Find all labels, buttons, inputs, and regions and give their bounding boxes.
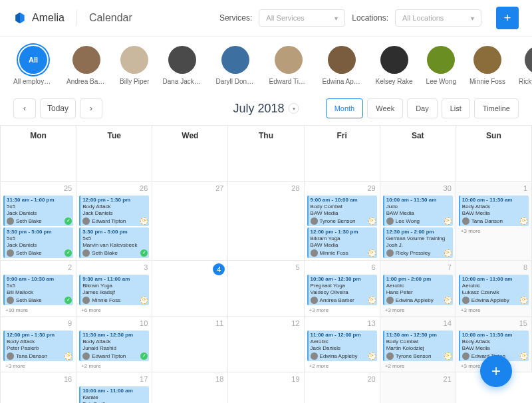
day-cell[interactable]: 4 bbox=[152, 261, 228, 317]
assignee-name: Minnie Foss bbox=[92, 297, 120, 304]
calendar-event[interactable]: 12:00 pm - 1:30 pmBikram YogaBAW MediaMi… bbox=[307, 227, 377, 258]
today-button[interactable]: Today bbox=[40, 98, 76, 118]
employee-1[interactable]: Andrea Barber bbox=[66, 46, 106, 85]
calendar-event[interactable]: 12:30 pm - 2:00 pmGerman Volume Training… bbox=[383, 227, 453, 258]
day-cell[interactable]: 810:00 am - 11:00 amAerobicŁukasz Czerwi… bbox=[456, 261, 532, 317]
day-number: 4 bbox=[213, 263, 225, 275]
day-cell[interactable]: 21 bbox=[380, 372, 456, 403]
more-link[interactable]: +3 more bbox=[459, 227, 529, 235]
employee-8[interactable]: Lee Wong bbox=[426, 46, 456, 85]
day-cell[interactable]: 5 bbox=[228, 261, 304, 317]
employee-0[interactable]: AllAll employees bbox=[13, 46, 53, 85]
day-cell[interactable]: 27 bbox=[152, 182, 228, 261]
assignee-name: Edward Tipton bbox=[92, 353, 126, 360]
day-cell[interactable]: 610:30 am - 12:30 pmPregnant YogaValdecy… bbox=[305, 261, 380, 317]
more-link[interactable]: +10 more bbox=[3, 307, 73, 314]
calendar-event[interactable]: 11:30 am - 12:30 pmBody CombatMartin Kol… bbox=[383, 331, 453, 361]
view-timeline[interactable]: Timeline bbox=[474, 98, 519, 118]
employee-10[interactable]: Ricky Pressley bbox=[519, 46, 532, 85]
calendar-event[interactable]: 12:00 pm - 1:30 pmBody AttackJack Daniel… bbox=[79, 196, 149, 226]
calendar-event[interactable]: 12:00 pm - 1:30 pmBody AttackPeter Pasie… bbox=[3, 331, 73, 361]
more-link[interactable]: +2 more bbox=[307, 362, 377, 370]
more-link[interactable]: +2 more bbox=[383, 362, 453, 370]
day-cell[interactable]: 3010:00 am - 11:30 amJudoBAW MediaLee Wo… bbox=[380, 182, 456, 261]
day-cell[interactable]: 19 bbox=[228, 372, 304, 403]
more-link[interactable]: +3 more bbox=[3, 362, 73, 370]
day-cell[interactable]: 912:00 pm - 1:30 pmBody AttackPeter Pasi… bbox=[1, 317, 76, 372]
day-cell[interactable]: 2511:30 am - 1:00 pm5x5Jack DanielsSeth … bbox=[1, 182, 76, 261]
employee-name: Edward Tipton bbox=[269, 78, 309, 85]
locations-select[interactable]: All Locations ▾ bbox=[395, 9, 481, 27]
add-button[interactable]: + bbox=[496, 7, 519, 29]
avatar bbox=[427, 46, 455, 74]
divider bbox=[76, 10, 77, 26]
day-cell[interactable]: 16 bbox=[1, 372, 76, 403]
more-link[interactable]: +3 more bbox=[459, 307, 529, 314]
day-cell[interactable]: 28 bbox=[228, 182, 304, 261]
employee-name: Andrea Barber bbox=[66, 78, 106, 85]
calendar-event[interactable]: 1:00 pm - 2:00 pmAerobicHans PeterEdwina… bbox=[383, 275, 453, 305]
employee-name: Lee Wong bbox=[426, 78, 456, 85]
view-list[interactable]: List bbox=[442, 98, 470, 118]
services-select[interactable]: All Services ▾ bbox=[259, 9, 345, 27]
calendar-event[interactable]: 10:00 am - 11:30 amJudoBAW MediaLee Wong… bbox=[383, 196, 453, 226]
day-cell[interactable]: 39:30 am - 11:00 amBikram YogaJames Ikad… bbox=[76, 261, 152, 317]
day-cell[interactable]: 18 bbox=[152, 372, 228, 403]
day-number: 5 bbox=[295, 263, 299, 271]
day-cell[interactable]: 29:00 am - 10:30 am5x5Bill MallockSeth B… bbox=[1, 261, 76, 317]
assignee-avatar bbox=[82, 217, 90, 225]
day-cell[interactable]: 1311:00 am - 12:00 pmAerobicJack Daniels… bbox=[305, 317, 380, 372]
fab-add-button[interactable]: + bbox=[480, 355, 512, 387]
employee-7[interactable]: Kelsey Rake bbox=[375, 46, 412, 85]
day-cell[interactable]: 1710:00 am - 11:00 amKarateBob Smith bbox=[76, 372, 152, 403]
calendar-event[interactable]: 3:30 pm - 5:00 pm5x5Jack DanielsSeth Bla… bbox=[3, 227, 73, 258]
assignee-name: Edwina Appleby bbox=[471, 297, 509, 304]
day-cell[interactable]: 12 bbox=[228, 317, 304, 372]
calendar-event[interactable]: 9:30 am - 11:00 amBikram YogaJames Ikads… bbox=[79, 275, 149, 305]
more-link[interactable]: +3 more bbox=[383, 307, 453, 314]
employee-5[interactable]: Edward Tipton bbox=[269, 46, 309, 85]
day-number: 17 bbox=[140, 375, 148, 383]
day-number: 13 bbox=[367, 319, 375, 327]
view-week[interactable]: Week bbox=[367, 98, 403, 118]
day-cell[interactable]: 71:00 pm - 2:00 pmAerobicHans PeterEdwin… bbox=[380, 261, 456, 317]
calendar-event[interactable]: 11:30 am - 12:30 pmBody AttackJunaid Ras… bbox=[79, 331, 149, 361]
day-cell[interactable]: 11 bbox=[152, 317, 228, 372]
calendar-event[interactable]: 9:00 am - 10:00 amBody CombatBAW MediaTy… bbox=[307, 196, 377, 226]
calendar-event[interactable]: 11:00 am - 12:00 pmAerobicJack DanielsEd… bbox=[307, 331, 377, 361]
next-button[interactable]: › bbox=[80, 98, 102, 118]
employee-6[interactable]: Edwina Appl... bbox=[322, 46, 362, 85]
employee-9[interactable]: Minnie Foss bbox=[469, 46, 505, 85]
view-day[interactable]: Day bbox=[407, 98, 438, 118]
view-month[interactable]: Month bbox=[326, 98, 364, 118]
calendar-event[interactable]: 10:00 am - 11:30 amBody AttackBAW MediaT… bbox=[459, 196, 529, 226]
employee-4[interactable]: Daryll Donov... bbox=[215, 46, 255, 85]
employee-name: Dana Jackson bbox=[162, 78, 202, 85]
more-link[interactable]: +3 more bbox=[307, 307, 377, 314]
employee-3[interactable]: Dana Jackson bbox=[162, 46, 202, 85]
calendar-event[interactable]: 10:00 am - 11:00 amAerobicŁukasz Czerwik… bbox=[459, 275, 529, 305]
prev-button[interactable]: ‹ bbox=[13, 98, 36, 118]
day-cell[interactable]: 1411:30 am - 12:30 pmBody CombatMartin K… bbox=[380, 317, 456, 372]
day-cell[interactable]: 110:00 am - 11:30 amBody AttackBAW Media… bbox=[456, 182, 532, 261]
day-cell[interactable]: 1011:30 am - 12:30 pmBody AttackJunaid R… bbox=[76, 317, 152, 372]
calendar-event[interactable]: 10:00 am - 11:00 amKarateBob Smith bbox=[79, 386, 149, 403]
calendar-event[interactable]: 11:30 am - 1:00 pm5x5Jack DanielsSeth Bl… bbox=[3, 196, 73, 226]
employee-name: Minnie Foss bbox=[469, 78, 505, 85]
day-number: 30 bbox=[444, 184, 452, 192]
more-link[interactable]: +6 more bbox=[79, 307, 149, 314]
avatar bbox=[275, 46, 303, 74]
pending-icon: ⟳ bbox=[520, 352, 527, 360]
employee-2[interactable]: Billy Piper bbox=[120, 46, 149, 85]
assignee-avatar bbox=[311, 297, 318, 304]
calendar-event[interactable]: 9:00 am - 10:30 am5x5Bill MallockSeth Bl… bbox=[3, 275, 73, 305]
calendar-event[interactable]: 10:30 am - 12:30 pmPregnant YogaValdecy … bbox=[307, 275, 377, 305]
assignee-avatar bbox=[386, 217, 394, 225]
day-cell[interactable]: 2612:00 pm - 1:30 pmBody AttackJack Dani… bbox=[76, 182, 152, 261]
avatar bbox=[221, 46, 249, 74]
more-link[interactable]: +2 more bbox=[79, 362, 149, 370]
calendar-title[interactable]: July 2018 ▾ bbox=[233, 102, 299, 116]
day-cell[interactable]: 20 bbox=[305, 372, 380, 403]
day-cell[interactable]: 299:00 am - 10:00 amBody CombatBAW Media… bbox=[305, 182, 380, 261]
calendar-event[interactable]: 3:30 pm - 5:00 pm5x5Marvin van Kalcvsbee… bbox=[79, 227, 149, 258]
